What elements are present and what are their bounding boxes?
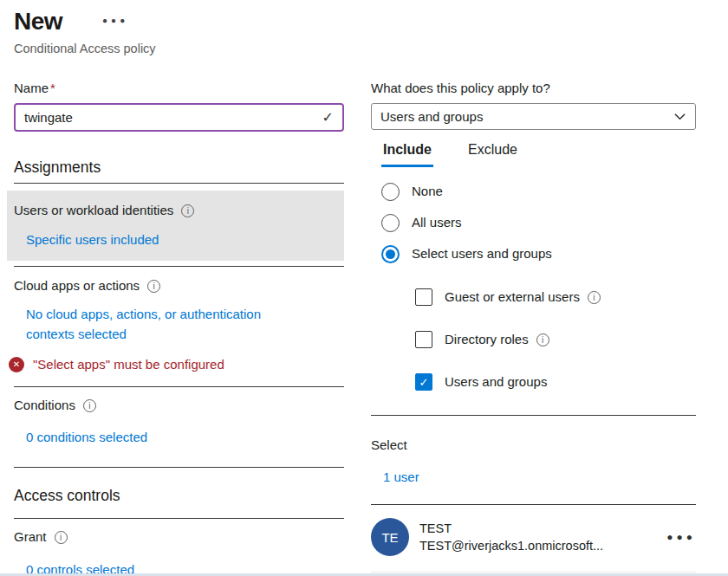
checkbox-directory-roles[interactable]: ✓ Directory roles i — [415, 330, 696, 349]
grant-title-row: Grant i — [14, 528, 344, 546]
select-apps-error: ✕ "Select apps" must be configured — [9, 356, 344, 373]
selected-user-row[interactable]: TE TEST TEST@riverjacks1.onmicrosoft... … — [371, 518, 696, 573]
required-asterisk: * — [50, 81, 55, 95]
policy-apply-question: What does this policy apply to? — [371, 80, 696, 97]
specific-users-included-link[interactable]: Specific users included — [26, 230, 159, 249]
divider — [14, 183, 344, 184]
conditions-selected-link[interactable]: 0 conditions selected — [26, 427, 147, 447]
info-icon[interactable]: i — [83, 399, 96, 412]
info-icon[interactable]: i — [55, 531, 68, 544]
name-label-text: Name — [14, 81, 49, 95]
tab-exclude[interactable]: Exclude — [466, 140, 519, 167]
tab-include[interactable]: Include — [381, 140, 433, 167]
name-input-container: ✓ — [14, 103, 344, 132]
checkbox-users-and-groups[interactable]: ✓ Users and groups — [415, 372, 696, 392]
info-icon[interactable]: i — [181, 204, 194, 217]
info-icon[interactable]: i — [536, 333, 549, 346]
user-email: TEST@riverjacks1.onmicrosoft... — [419, 537, 603, 554]
user-more-options-icon[interactable]: ●●● — [660, 531, 696, 543]
policy-settings-column: Name* ✓ Assignments Users or workload id… — [14, 80, 344, 576]
divider — [14, 386, 344, 387]
select-heading: Select — [371, 437, 696, 454]
valid-check-icon: ✓ — [322, 109, 334, 126]
divider — [14, 518, 344, 519]
conditional-access-policy-pane: New ●●● Conditional Access policy Name* … — [0, 0, 728, 576]
user-identity: TEST TEST@riverjacks1.onmicrosoft... — [419, 520, 603, 554]
select-users-checkbox-group: ✓ Guest or external users i ✓ Directory … — [415, 288, 696, 392]
include-options-radio-group: None All users Select users and groups — [381, 182, 696, 263]
chevron-down-icon — [673, 110, 686, 123]
radio-selected-icon — [381, 245, 400, 263]
radio-none[interactable]: None — [381, 182, 696, 201]
info-icon[interactable]: i — [147, 280, 160, 293]
policy-target-dropdown[interactable]: Users and groups — [371, 103, 696, 130]
user-name: TEST — [419, 520, 603, 537]
users-assignment-column: What does this policy apply to? Users an… — [371, 80, 696, 576]
error-message: "Select apps" must be configured — [33, 356, 224, 373]
name-input[interactable] — [24, 110, 322, 125]
header: New ●●● — [14, 7, 714, 36]
selected-users-count-link[interactable]: 1 user — [383, 467, 419, 487]
error-circle-x-icon: ✕ — [9, 357, 24, 372]
checkbox-guest-external-users[interactable]: ✓ Guest or external users i — [415, 288, 696, 307]
access-controls-heading: Access controls — [14, 486, 344, 505]
assignments-heading: Assignments — [14, 158, 344, 177]
users-section-title-row: Users or workload identities i — [14, 202, 337, 219]
users-workload-identities-section[interactable]: Users or workload identities i Specific … — [7, 191, 344, 261]
info-icon[interactable]: i — [588, 291, 601, 304]
divider — [14, 467, 344, 468]
conditions-section-title: Conditions — [14, 397, 75, 414]
cloud-apps-selection-link[interactable]: No cloud apps, actions, or authenticatio… — [26, 304, 296, 344]
radio-icon — [381, 214, 400, 232]
divider — [14, 266, 344, 267]
divider — [371, 504, 696, 505]
more-options-icon[interactable]: ●●● — [102, 12, 128, 29]
cloud-apps-title-row: Cloud apps or actions i — [14, 277, 344, 294]
checkbox-checked-icon: ✓ — [415, 373, 432, 391]
dropdown-selected-value: Users and groups — [380, 109, 673, 124]
user-avatar: TE — [371, 518, 409, 556]
grant-section-title: Grant — [14, 528, 47, 546]
radio-icon — [381, 183, 400, 201]
users-section-title: Users or workload identities — [14, 202, 173, 219]
radio-all-users[interactable]: All users — [381, 213, 696, 232]
name-field-label: Name* — [14, 80, 344, 97]
page-subtitle: Conditional Access policy — [14, 40, 714, 57]
page-title: New — [14, 7, 62, 36]
include-exclude-tabs: Include Exclude — [381, 140, 696, 167]
radio-select-users-groups[interactable]: Select users and groups — [381, 244, 696, 263]
content-columns: Name* ✓ Assignments Users or workload id… — [14, 80, 714, 576]
divider — [371, 415, 696, 416]
cloud-apps-section-title: Cloud apps or actions — [14, 277, 140, 294]
checkbox-icon: ✓ — [415, 331, 432, 348]
checkbox-icon: ✓ — [415, 288, 432, 306]
conditions-title-row: Conditions i — [14, 397, 344, 414]
